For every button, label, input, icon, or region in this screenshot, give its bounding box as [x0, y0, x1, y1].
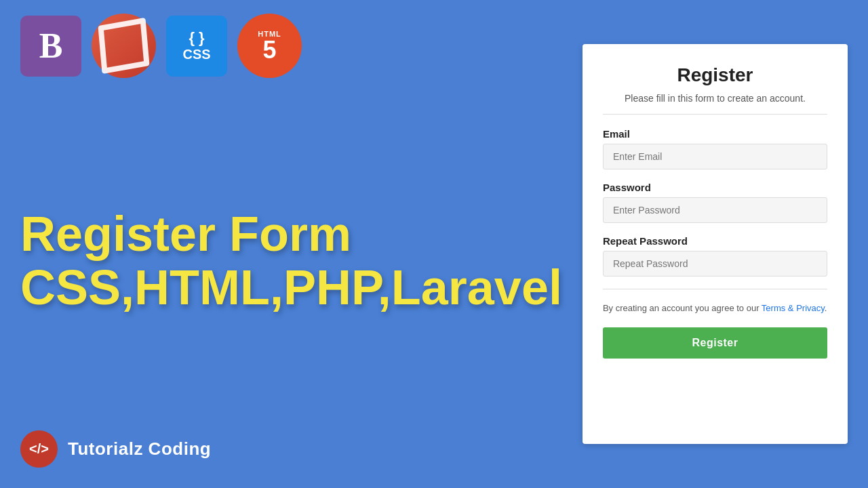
- html5-icon: HTML 5: [237, 14, 302, 78]
- icons-row: B { } CSS HTML 5: [20, 14, 562, 78]
- terms-suffix: .: [825, 303, 827, 313]
- repeat-password-label: Repeat Password: [603, 235, 827, 247]
- code-symbol: </>: [29, 441, 49, 457]
- email-label: Email: [603, 128, 827, 140]
- terms-text: By creating an account you agree to our …: [603, 302, 827, 315]
- html-number: 5: [262, 38, 276, 62]
- email-group: Email: [603, 128, 827, 169]
- form-title: Register: [603, 64, 827, 86]
- css-icon: { } CSS: [166, 16, 227, 77]
- bootstrap-icon: B: [20, 16, 81, 77]
- css-label: CSS: [182, 47, 210, 62]
- password-group: Password: [603, 182, 827, 223]
- main-title: Register Form CSS,HTML,PHP,Laravel: [20, 207, 562, 314]
- main-title-area: Register Form CSS,HTML,PHP,Laravel: [20, 92, 562, 430]
- register-button[interactable]: Register: [603, 327, 827, 359]
- form-subtitle: Please fill in this form to create an ac…: [603, 93, 827, 104]
- left-panel: B { } CSS HTML 5 Register Form CSS,HTML,…: [0, 0, 583, 488]
- css-braces: { }: [189, 29, 204, 47]
- branding: </> Tutorialz Coding: [20, 430, 562, 474]
- branding-name: Tutorialz Coding: [68, 439, 211, 460]
- code-logo-icon: </>: [20, 430, 58, 468]
- form-mid-divider: [603, 289, 827, 289]
- register-form-panel: Register Please fill in this form to cre…: [583, 44, 848, 444]
- form-top-divider: [603, 114, 827, 115]
- repeat-password-input[interactable]: [603, 251, 827, 277]
- repeat-password-group: Repeat Password: [603, 235, 827, 277]
- terms-link[interactable]: Terms & Privacy: [762, 303, 825, 313]
- title-line2: CSS,HTML,PHP,Laravel: [20, 261, 562, 314]
- title-line1: Register Form: [20, 207, 562, 261]
- password-input[interactable]: [603, 197, 827, 223]
- laravel-icon: [92, 14, 156, 78]
- bootstrap-letter: B: [39, 26, 63, 66]
- password-label: Password: [603, 182, 827, 193]
- terms-prefix: By creating an account you agree to our: [603, 303, 762, 313]
- email-input[interactable]: [603, 144, 827, 169]
